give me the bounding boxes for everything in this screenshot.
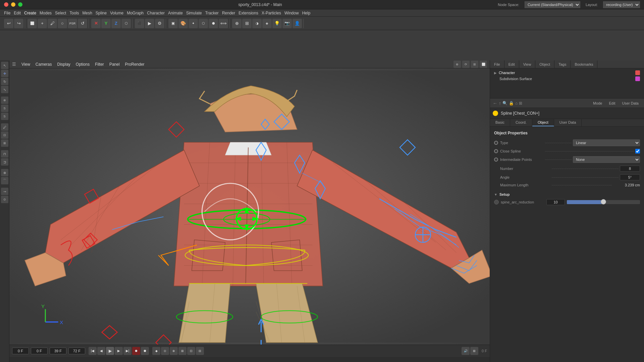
paint-button[interactable]: 🎨 (178, 19, 188, 28)
vm-view[interactable]: View (21, 62, 30, 67)
vp-icon3[interactable]: ⊞ (471, 61, 478, 68)
nav-search-button[interactable]: 🔍 (502, 101, 507, 106)
add-button[interactable]: + (38, 19, 47, 28)
vp-icon2[interactable]: ⟳ (462, 61, 470, 68)
record-all-button[interactable]: ⏺ (141, 347, 149, 355)
go-first-button[interactable]: |◀ (89, 347, 97, 355)
sidebar-tool7-icon[interactable]: ⊓ (1, 150, 8, 158)
window-controls[interactable] (4, 2, 22, 7)
y-axis-button[interactable]: Y (101, 19, 111, 28)
sidebar-scale-icon[interactable]: ⤡ (1, 86, 8, 93)
object-mode-button[interactable]: ⬜ (28, 19, 37, 28)
loop-button[interactable]: ○ (58, 19, 67, 28)
rp-tab-tags[interactable]: Tags (554, 60, 571, 68)
redo-button[interactable]: ↪ (14, 19, 23, 28)
texture-button[interactable]: ⬡ (199, 19, 208, 28)
freehand-button[interactable]: 🖊 (48, 19, 57, 28)
number-input[interactable] (620, 166, 640, 172)
timeline-icon2[interactable]: ⊕ (170, 347, 178, 355)
refresh-button[interactable]: ↺ (78, 19, 87, 28)
timeline-settings-button[interactable]: ⊞ (470, 347, 478, 355)
menu-xparticles[interactable]: X-Particles (260, 11, 282, 15)
vm-cameras[interactable]: Cameras (36, 62, 52, 67)
perspective-button[interactable]: ⬛ (135, 19, 144, 28)
menu-mograph[interactable]: MoGraph (125, 11, 145, 15)
workspace-button[interactable]: ⬡ (121, 19, 131, 28)
intermediate-select[interactable]: None (573, 156, 640, 163)
start-frame-input[interactable] (31, 348, 48, 354)
nav-back-button[interactable]: ← (493, 101, 497, 106)
z-axis-button[interactable]: Z (111, 19, 121, 28)
grid-button[interactable]: ⊞ (242, 19, 252, 28)
play-button[interactable]: ▶ (106, 347, 114, 355)
tree-item-character[interactable]: ▶ Character (493, 70, 641, 76)
sidebar-tool2-icon[interactable]: S (1, 105, 8, 112)
node-space-select[interactable]: Current (Standard/Physical) (525, 1, 580, 8)
nav-expand-button[interactable]: ⊞ (519, 101, 522, 106)
op-tab-basic[interactable]: Basic (490, 119, 510, 126)
undo-button[interactable]: ↩ (4, 19, 13, 28)
maximize-button[interactable] (18, 2, 22, 7)
render2-button[interactable]: ◈ (262, 19, 272, 28)
audio-button[interactable]: 🔊 (462, 347, 470, 355)
ud-slider[interactable] (567, 200, 640, 204)
op-tab-object[interactable]: Object (532, 119, 554, 126)
sculpt-button[interactable]: ✦ (189, 19, 198, 28)
userdata-button[interactable]: User Data (619, 101, 641, 106)
menu-animate[interactable]: Animate (167, 11, 184, 15)
sidebar-null-icon[interactable]: ⊙ (1, 196, 8, 203)
play-button[interactable]: ▶ (145, 19, 154, 28)
vm-filter[interactable]: Filter (95, 62, 104, 67)
end-frame-input[interactable] (50, 348, 66, 354)
sidebar-tool1-icon[interactable]: ⊕ (1, 97, 8, 104)
nav-up-button[interactable]: ↑ (499, 101, 501, 106)
sidebar-spline-icon[interactable]: ⌒ (1, 177, 8, 184)
ud-field-input[interactable] (546, 199, 565, 205)
go-last-button[interactable]: ▶| (123, 347, 131, 355)
vm-panel[interactable]: Panel (109, 62, 120, 67)
menu-character[interactable]: Character (146, 11, 166, 15)
sidebar-move-icon[interactable]: ✛ (1, 70, 8, 77)
3d-button[interactable]: ⬢ (209, 19, 218, 28)
menu-extensions[interactable]: Extensions (237, 11, 260, 15)
light-button[interactable]: 💡 (272, 19, 282, 28)
menu-spline[interactable]: Spline (94, 11, 108, 15)
mode-button[interactable]: Mode (590, 101, 605, 106)
person-button[interactable]: 👤 (292, 19, 302, 28)
sidebar-tool8-icon[interactable]: ⊐ (1, 158, 8, 166)
sidebar-tool3-icon[interactable]: S (1, 113, 8, 120)
keyframe-button[interactable]: ◆ (152, 347, 160, 355)
menu-file[interactable]: File (3, 11, 12, 15)
sidebar-tool6-icon[interactable]: ⊞ (1, 139, 8, 147)
timeline-icon5[interactable]: ⊟ (196, 347, 204, 355)
type-select[interactable]: Linear (573, 139, 640, 146)
align-button[interactable]: ⟺ (219, 19, 228, 28)
preview-end-input[interactable] (68, 348, 85, 354)
menu-help[interactable]: Help (301, 11, 312, 15)
sidebar-select-icon[interactable]: ↖ (1, 62, 8, 69)
layout-select[interactable]: recording (User) (603, 1, 640, 8)
vm-prorender[interactable]: ProRender (125, 62, 145, 67)
timeline-icon3[interactable]: ⊞ (178, 347, 186, 355)
tool1-button[interactable]: PSR (68, 19, 77, 28)
minimize-button[interactable] (11, 2, 15, 7)
timeline-icon4[interactable]: ⊡ (187, 347, 195, 355)
vp-icon1[interactable]: ⊕ (453, 61, 461, 68)
menu-tracker[interactable]: Tracker (204, 11, 220, 15)
angle-input[interactable] (620, 174, 640, 180)
menu-tools[interactable]: Tools (68, 11, 80, 15)
sidebar-deform-icon[interactable]: ⊸ (1, 188, 8, 195)
shading-button[interactable]: ◑ (252, 19, 262, 28)
settings-button[interactable]: ⚙ (155, 19, 164, 28)
x-axis-button[interactable]: ✕ (91, 19, 101, 28)
op-tab-coord[interactable]: Coord. (510, 119, 532, 126)
sidebar-tool4-icon[interactable]: 🖊 (1, 123, 8, 131)
next-frame-button[interactable]: ▶ (115, 347, 123, 355)
menu-volume[interactable]: Volume (109, 11, 125, 15)
timeline-icon1[interactable]: ⊙ (161, 347, 169, 355)
camera2-button[interactable]: 📷 (282, 19, 292, 28)
sidebar-rotate-icon[interactable]: ↻ (1, 78, 8, 85)
vp-icon4[interactable]: ⬜ (480, 61, 487, 68)
vm-display[interactable]: Display (57, 62, 70, 67)
menu-render[interactable]: Render (221, 11, 236, 15)
